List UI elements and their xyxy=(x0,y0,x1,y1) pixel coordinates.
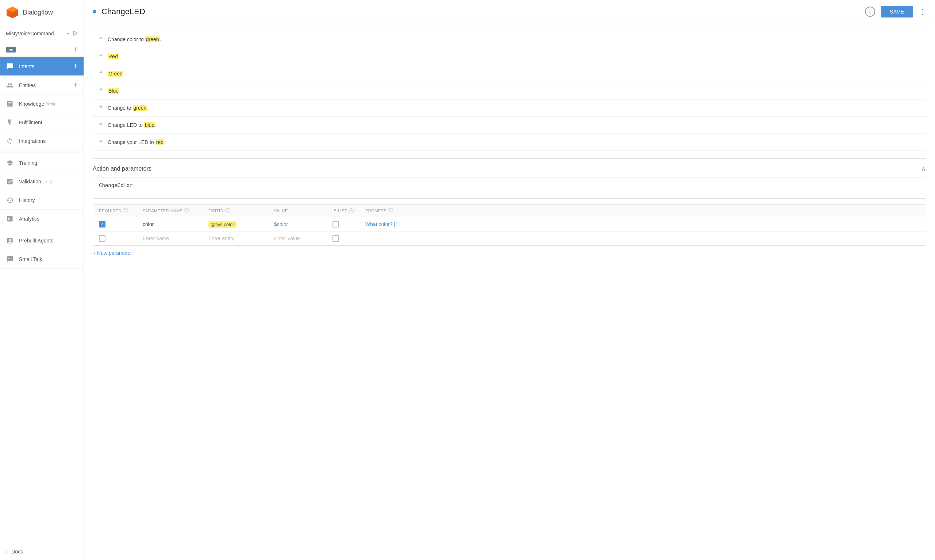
phrase-row: ❝ Red xyxy=(93,48,926,65)
sidebar-item-docs[interactable]: › Docs xyxy=(0,543,83,560)
add-language-button[interactable]: + xyxy=(73,45,78,54)
quote-icon: ❝ xyxy=(99,138,103,146)
entity-highlight-green3: green xyxy=(133,105,147,111)
sidebar-item-validation[interactable]: Validation [beta] xyxy=(0,172,83,191)
integrations-label: Integrations xyxy=(19,138,46,144)
quote-icon: ❝ xyxy=(99,121,103,129)
prebuilt-agents-icon xyxy=(6,237,14,245)
col-header-entity: ENTITY ? xyxy=(208,208,274,213)
dialogflow-logo-icon xyxy=(6,6,19,19)
main-scrollable[interactable]: ❝ Change color to green. ❝ Red ❝ Green ❝… xyxy=(84,23,935,560)
param-value-color: $color xyxy=(274,221,332,227)
main-header: ChangeLED i SAVE ⋮ xyxy=(84,0,935,23)
intents-label: Intents xyxy=(19,63,34,69)
parameter-row-color: color @sys.color $color What color? [1] xyxy=(93,217,926,232)
parameter-row-empty: Enter name Enter entity Enter value — xyxy=(93,232,926,245)
quote-icon: ❝ xyxy=(99,35,103,43)
add-intent-button[interactable]: + xyxy=(73,62,78,70)
intent-title: ChangeLED xyxy=(102,7,865,16)
col-header-value: VALUE xyxy=(274,208,332,213)
add-entity-button[interactable]: + xyxy=(73,81,78,89)
section-title: Action and parameters xyxy=(93,166,151,172)
phrase-row: ❝ Change your LED to red. xyxy=(93,134,926,151)
sidebar-item-small-talk[interactable]: Small Talk xyxy=(0,250,83,269)
parameter-name-help-icon[interactable]: ? xyxy=(184,208,189,213)
prompts-help-icon[interactable]: ? xyxy=(388,208,393,213)
phrase-text: Red xyxy=(108,54,119,59)
project-dropdown-arrow: ▾ xyxy=(67,31,69,36)
phrase-text: Blue xyxy=(108,88,119,94)
project-selector[interactable]: MistyVoiceCommand ▾ ⚙ xyxy=(0,25,83,42)
entity-highlight-green2: Green xyxy=(108,71,123,77)
new-parameter-button[interactable]: + New parameter xyxy=(93,246,926,260)
language-badge[interactable]: en xyxy=(6,47,16,52)
sidebar-item-knowledge[interactable]: Knowledge [beta] xyxy=(0,95,83,113)
entity-value-color: @sys.color xyxy=(208,221,274,227)
phrase-text: Change LED to blue. xyxy=(108,122,157,128)
phrase-row: ❝ Change LED to blue. xyxy=(93,117,926,134)
training-label: Training xyxy=(19,160,37,166)
docs-label: Docs xyxy=(11,549,23,555)
entities-label: Entities xyxy=(19,82,36,88)
is-list-checkbox-empty[interactable] xyxy=(332,235,365,242)
sidebar-item-history[interactable]: History xyxy=(0,191,83,210)
phrase-row: ❝ Change color to green. xyxy=(93,31,926,48)
history-label: History xyxy=(19,197,35,203)
entity-highlight-blue: Blue xyxy=(108,88,119,94)
validation-label: Validation xyxy=(19,178,41,185)
quote-icon: ❝ xyxy=(99,104,103,112)
sidebar-item-prebuilt-agents[interactable]: Prebuilt Agents xyxy=(0,232,83,250)
col-header-required: REQUIRED ? xyxy=(99,208,143,213)
sidebar-item-analytics[interactable]: Analytics xyxy=(0,210,83,228)
entity-highlight-red: Red xyxy=(108,54,119,59)
intents-icon xyxy=(6,62,14,70)
is-list-help-icon[interactable]: ? xyxy=(349,208,353,213)
fulfillment-icon xyxy=(6,118,14,126)
phrase-text: Change color to green. xyxy=(108,37,161,42)
param-value-placeholder[interactable]: Enter value xyxy=(274,235,332,242)
parameters-table: REQUIRED ? PARAMETER NAME ? ENTITY ? VAL… xyxy=(93,204,926,246)
more-options-button[interactable]: ⋮ xyxy=(919,7,926,16)
param-name-color: color xyxy=(143,221,208,227)
history-icon xyxy=(6,196,14,204)
entity-highlight-red2: red xyxy=(156,139,164,145)
prebuilt-agents-label: Prebuilt Agents xyxy=(19,238,53,243)
info-button[interactable]: i xyxy=(865,6,875,17)
analytics-label: Analytics xyxy=(19,216,39,222)
main-content-area: ChangeLED i SAVE ⋮ ❝ Change color to gre… xyxy=(84,0,935,560)
save-button[interactable]: SAVE xyxy=(881,6,913,17)
settings-icon[interactable]: ⚙ xyxy=(72,29,78,38)
phrase-text: Change your LED to red. xyxy=(108,139,166,145)
fulfillment-label: Fulfillment xyxy=(19,120,42,125)
prompts-link-color[interactable]: What color? [1] xyxy=(365,221,920,227)
info-icon: i xyxy=(869,9,871,15)
required-help-icon[interactable]: ? xyxy=(123,208,128,213)
phrases-section: ❝ Change color to green. ❝ Red ❝ Green ❝… xyxy=(93,31,926,151)
status-indicator xyxy=(93,10,96,14)
required-checkbox-checked[interactable] xyxy=(99,221,143,228)
training-icon xyxy=(6,159,14,167)
sidebar-item-fulfillment[interactable]: Fulfillment xyxy=(0,113,83,132)
col-header-prompts: PROMPTS ? xyxy=(365,208,920,213)
col-header-parameter-name: PARAMETER NAME ? xyxy=(143,208,208,213)
small-talk-label: Small Talk xyxy=(19,256,42,262)
collapse-button[interactable]: ∧ xyxy=(921,165,926,173)
param-name-placeholder[interactable]: Enter name xyxy=(143,235,208,242)
is-list-checkbox-color[interactable] xyxy=(332,221,365,228)
col-header-is-list: IS LIST ? xyxy=(332,208,365,213)
entity-help-icon[interactable]: ? xyxy=(225,208,230,213)
phrase-text: Change to green. xyxy=(108,105,148,111)
entity-highlight-blue2: blue xyxy=(144,122,155,128)
phrase-row: ❝ Blue xyxy=(93,82,926,100)
new-parameter-label: + New parameter xyxy=(93,250,132,256)
section-header: Action and parameters ∧ xyxy=(93,158,926,178)
small-talk-icon xyxy=(6,255,14,263)
sidebar-item-intents[interactable]: Intents + xyxy=(0,57,83,76)
param-entity-placeholder[interactable]: Enter entity xyxy=(208,235,274,242)
action-input[interactable]: ChangeColor xyxy=(93,178,926,199)
sidebar-item-training[interactable]: Training xyxy=(0,154,83,172)
sidebar-item-entities[interactable]: Entities + xyxy=(0,76,83,95)
required-checkbox-empty[interactable] xyxy=(99,235,143,242)
sidebar-item-integrations[interactable]: Integrations xyxy=(0,132,83,151)
docs-chevron-icon: › xyxy=(6,548,8,555)
